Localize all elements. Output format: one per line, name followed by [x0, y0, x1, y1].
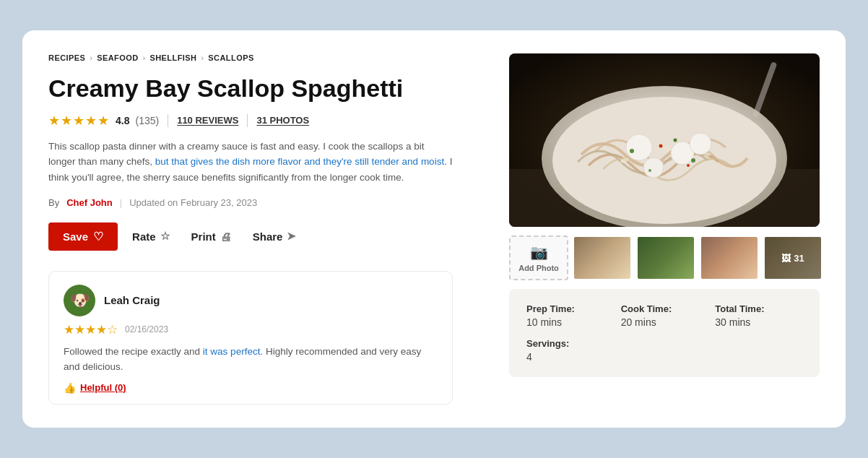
author-date: Updated on February 23, 2023 — [129, 197, 257, 208]
share-icon: ➤ — [287, 230, 296, 243]
breadcrumb-seafood[interactable]: SEAFOOD — [97, 53, 138, 62]
servings: Servings: 4 — [526, 338, 614, 363]
svg-point-8 — [630, 149, 634, 153]
star-icon: ☆ — [160, 230, 170, 243]
divider-2 — [247, 114, 248, 127]
recipe-info-box: Prep Time: 10 mins Cook Time: 20 mins To… — [509, 289, 820, 377]
thumb-img-3 — [701, 237, 758, 279]
svg-point-10 — [691, 158, 695, 163]
total-time: Total Time: 30 mins — [715, 303, 802, 328]
by-label: By — [48, 197, 59, 208]
svg-point-6 — [643, 157, 664, 178]
author-sep: | — [120, 197, 122, 208]
breadcrumb-sep-3: › — [201, 54, 204, 62]
star-icons: ★★★★★ — [48, 113, 110, 129]
thumbnail-row: 📷 Add Photo 🖼 31 — [509, 236, 820, 280]
print-button[interactable]: Print 🖨 — [184, 225, 238, 249]
total-label: Total Time: — [715, 303, 802, 314]
helpful-button[interactable]: Helpful (0) — [80, 382, 126, 393]
thumbnail-2[interactable] — [636, 236, 695, 280]
svg-point-3 — [552, 97, 776, 224]
review-text: Followed the recipe exactly and it was p… — [64, 345, 438, 375]
total-value: 30 mins — [715, 316, 802, 328]
breadcrumb-sep-1: › — [90, 54, 92, 62]
thumbnail-3[interactable] — [700, 236, 759, 280]
more-count: 31 — [794, 253, 804, 264]
cook-value: 20 mins — [621, 316, 708, 328]
thumbnail-1[interactable] — [573, 236, 632, 280]
recipe-card: RECIPES › SEAFOOD › SHELLFISH › SCALLOPS… — [22, 30, 846, 427]
share-button[interactable]: Share ➤ — [246, 224, 304, 249]
thumbnail-more[interactable]: 🖼 31 — [763, 236, 823, 280]
rating-value: 4.8 — [116, 115, 129, 126]
avatar: 🐶 — [64, 285, 95, 316]
svg-point-9 — [674, 139, 677, 142]
servings-value: 4 — [526, 351, 614, 363]
printer-icon: 🖨 — [220, 230, 231, 243]
left-column: RECIPES › SEAFOOD › SHELLFISH › SCALLOPS… — [48, 53, 483, 404]
reviewer-name: Leah Craig — [104, 294, 160, 306]
svg-point-13 — [687, 164, 690, 167]
right-column: 📷 Add Photo 🖼 31 Prep — [509, 53, 820, 404]
review-star-icons: ★★★★☆ — [64, 322, 118, 337]
cook-time: Cook Time: 20 mins — [621, 303, 708, 328]
servings-label: Servings: — [526, 338, 614, 349]
review-part1: Followed the recipe exactly and — [64, 346, 200, 357]
heart-icon: ♡ — [93, 230, 103, 243]
divider-1 — [168, 114, 168, 127]
review-date: 02/16/2023 — [125, 324, 168, 334]
review-box: 🐶 Leah Craig ★★★★☆ 02/16/2023 Followed t… — [48, 271, 453, 405]
svg-point-4 — [626, 134, 652, 160]
svg-point-12 — [659, 144, 663, 148]
thumb-img-1 — [574, 237, 630, 279]
recipe-description: This scallop pasta dinner with a creamy … — [48, 139, 453, 186]
thumbsup-icon: 👍 — [64, 382, 76, 394]
rate-label: Rate — [132, 230, 156, 243]
main-recipe-image — [509, 53, 820, 227]
author-name[interactable]: Chef John — [66, 197, 113, 208]
author-row: By Chef John | Updated on February 23, 2… — [48, 197, 483, 208]
rate-button[interactable]: Rate ☆ — [125, 224, 177, 249]
action-row: Save ♡ Rate ☆ Print 🖨 Share ➤ — [48, 222, 483, 251]
breadcrumb-recipes[interactable]: RECIPES — [48, 53, 85, 62]
add-photo-thumb[interactable]: 📷 Add Photo — [509, 236, 568, 280]
photos-link[interactable]: 31 PHOTOS — [256, 115, 309, 126]
breadcrumb-scallops[interactable]: SCALLOPS — [208, 53, 253, 62]
reviews-link[interactable]: 110 REVIEWS — [177, 115, 238, 126]
cook-label: Cook Time: — [621, 303, 708, 314]
review-highlight: it was perfect. — [200, 346, 263, 357]
print-label: Print — [191, 230, 216, 243]
review-stars-row: ★★★★☆ 02/16/2023 — [64, 322, 438, 337]
recipe-image-svg — [509, 53, 820, 227]
rating-count: (135) — [135, 115, 159, 126]
prep-label: Prep Time: — [526, 303, 614, 314]
svg-point-11 — [648, 169, 651, 172]
save-label: Save — [63, 230, 88, 243]
reviewer-row: 🐶 Leah Craig — [64, 285, 438, 316]
image-icon: 🖼 — [781, 253, 791, 264]
more-photos-overlay: 🖼 31 — [765, 237, 821, 279]
avatar-emoji: 🐶 — [70, 291, 90, 310]
add-photo-label: Add Photo — [518, 264, 559, 272]
save-button[interactable]: Save ♡ — [48, 222, 118, 251]
prep-value: 10 mins — [526, 316, 614, 328]
breadcrumb: RECIPES › SEAFOOD › SHELLFISH › SCALLOPS — [48, 53, 483, 62]
camera-icon: 📷 — [530, 243, 548, 261]
prep-time: Prep Time: 10 mins — [526, 303, 614, 328]
recipe-title: Creamy Bay Scallop Spaghetti — [48, 75, 483, 102]
helpful-row: 👍 Helpful (0) — [64, 382, 438, 394]
svg-point-7 — [690, 133, 711, 155]
thumb-img-2 — [638, 237, 694, 279]
breadcrumb-shellfish[interactable]: SHELLFISH — [149, 53, 196, 62]
share-label: Share — [253, 230, 283, 243]
breadcrumb-sep-2: › — [143, 54, 146, 62]
desc-highlight1: but that gives the dish more flavor and … — [152, 156, 447, 167]
rating-row: ★★★★★ 4.8 (135) 110 REVIEWS 31 PHOTOS — [48, 113, 483, 129]
